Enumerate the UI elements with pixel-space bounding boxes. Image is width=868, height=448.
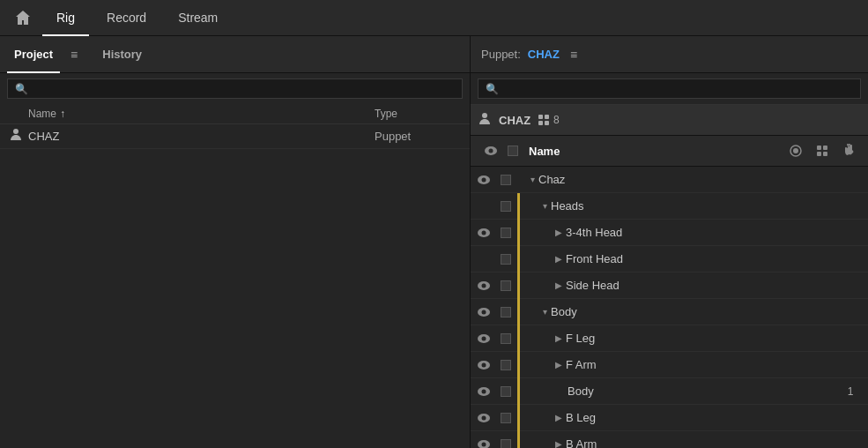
row-puppet-icon: [7, 128, 25, 145]
eye-header-icon: [484, 146, 498, 156]
expand-arrow[interactable]: ▾: [543, 201, 547, 211]
left-search-bar: 🔍: [0, 73, 470, 104]
eye-icon[interactable]: [471, 386, 497, 397]
layer-line: [515, 220, 522, 246]
expand-arrow[interactable]: ▶: [555, 360, 562, 370]
layer-checkbox[interactable]: [497, 175, 515, 185]
svg-point-27: [482, 389, 486, 393]
layer-row[interactable]: ▶ B Arm: [471, 431, 868, 448]
puppet-search-input[interactable]: [502, 82, 853, 95]
row-puppet-type: Puppet: [375, 130, 463, 143]
layer-line: [515, 273, 522, 299]
layer-line: [515, 193, 522, 220]
svg-point-31: [482, 442, 486, 446]
left-search-input[interactable]: [32, 82, 455, 95]
layer-badge: 1: [833, 385, 868, 398]
svg-point-9: [793, 148, 798, 153]
layer-row[interactable]: ▾ Body: [471, 299, 868, 325]
expand-arrow[interactable]: ▶: [555, 228, 562, 237]
puppet-menu-icon[interactable]: ≡: [567, 46, 581, 63]
layer-checkbox[interactable]: [497, 333, 515, 344]
hand-icon[interactable]: [836, 138, 861, 163]
layer-checkbox[interactable]: [497, 228, 515, 238]
layer-checkbox[interactable]: [497, 386, 515, 397]
svg-point-17: [482, 230, 486, 235]
layer-count-icon: [538, 114, 550, 126]
expand-arrow[interactable]: ▾: [543, 307, 547, 317]
home-button[interactable]: [7, 2, 39, 34]
svg-rect-10: [817, 146, 821, 150]
layer-line: [515, 352, 522, 378]
layer-row[interactable]: ▾ Heads: [471, 193, 868, 220]
project-table: CHAZ Puppet: [0, 124, 470, 149]
grid-icon[interactable]: [810, 138, 835, 163]
eye-icon[interactable]: [471, 333, 497, 344]
left-search-icon: 🔍: [15, 83, 28, 95]
row-puppet-name: CHAZ: [25, 130, 375, 143]
expand-arrow[interactable]: ▶: [555, 413, 562, 422]
tab-history[interactable]: History: [95, 44, 149, 64]
layer-row[interactable]: ▶ B Leg: [471, 405, 868, 431]
table-row[interactable]: CHAZ Puppet: [0, 124, 470, 149]
svg-point-21: [482, 310, 486, 314]
svg-point-7: [489, 149, 493, 153]
record-circle-icon[interactable]: [783, 138, 808, 163]
layer-row[interactable]: ▾ Chaz: [471, 167, 868, 193]
expand-arrow[interactable]: ▶: [555, 280, 562, 290]
expand-arrow[interactable]: ▶: [555, 254, 562, 264]
layer-checkbox[interactable]: [497, 254, 515, 265]
svg-point-29: [482, 415, 486, 420]
layer-name: ▾ Body: [522, 305, 833, 318]
eye-icon[interactable]: [471, 307, 497, 317]
layer-line: [515, 246, 522, 273]
eye-icon[interactable]: [471, 413, 497, 423]
layer-checkbox[interactable]: [497, 360, 515, 370]
eye-icon[interactable]: [471, 280, 497, 291]
table-header: Name ↑ Type: [0, 104, 470, 124]
layers-list: ▾ Chaz ▾ Heads: [471, 167, 868, 448]
layer-name: ▶ B Arm: [522, 437, 833, 448]
layer-name: ▶ 3-4th Head: [522, 226, 833, 239]
nav-tab-rig[interactable]: Rig: [42, 0, 89, 36]
puppet-label: Puppet:: [481, 48, 521, 61]
puppet-name[interactable]: CHAZ: [528, 48, 560, 61]
eye-icon[interactable]: [471, 439, 497, 449]
layer-line: [515, 378, 522, 405]
expand-arrow[interactable]: ▶: [555, 333, 562, 343]
layer-row[interactable]: ▶ Front Head: [471, 246, 868, 273]
layer-checkbox[interactable]: [497, 439, 515, 449]
expand-arrow[interactable]: ▶: [555, 439, 562, 448]
puppet-header: Puppet: CHAZ ≡: [471, 36, 868, 73]
svg-point-0: [13, 129, 19, 134]
layer-row[interactable]: ▶ 3-4th Head: [471, 220, 868, 246]
nav-tab-stream[interactable]: Stream: [164, 0, 232, 36]
layer-checkbox[interactable]: [497, 307, 515, 317]
layer-row[interactable]: ▶ Side Head: [471, 273, 868, 299]
layer-row[interactable]: ▶ F Arm: [471, 352, 868, 378]
layer-count-badge: 8: [538, 114, 560, 126]
eye-icon[interactable]: [471, 360, 497, 370]
header-checkbox: [508, 146, 518, 156]
svg-rect-11: [823, 146, 827, 150]
layer-checkbox[interactable]: [497, 201, 515, 212]
eye-icon[interactable]: [471, 175, 497, 185]
eye-icon[interactable]: [471, 228, 497, 238]
layer-name: ▶ Front Head: [522, 252, 833, 265]
tab-project[interactable]: Project: [7, 44, 60, 64]
layer-checkbox[interactable]: [497, 413, 515, 423]
project-menu-icon[interactable]: ≡: [67, 46, 81, 63]
main-content: Project ≡ History 🔍 Name ↑ Type: [0, 36, 868, 448]
layer-row[interactable]: ▶ F Leg: [471, 325, 868, 352]
left-search-wrapper: 🔍: [7, 78, 463, 99]
layers-header-cb: [504, 146, 522, 156]
svg-point-1: [482, 113, 487, 118]
nav-tab-record[interactable]: Record: [93, 0, 160, 36]
svg-rect-4: [538, 121, 543, 125]
col-name-header[interactable]: Name ↑: [28, 108, 371, 120]
layer-row[interactable]: Body 1: [471, 378, 868, 405]
layer-line: [515, 325, 522, 352]
svg-point-15: [482, 177, 486, 182]
layer-checkbox[interactable]: [497, 280, 515, 291]
layer-line: [515, 299, 522, 325]
expand-arrow[interactable]: ▾: [530, 175, 535, 184]
